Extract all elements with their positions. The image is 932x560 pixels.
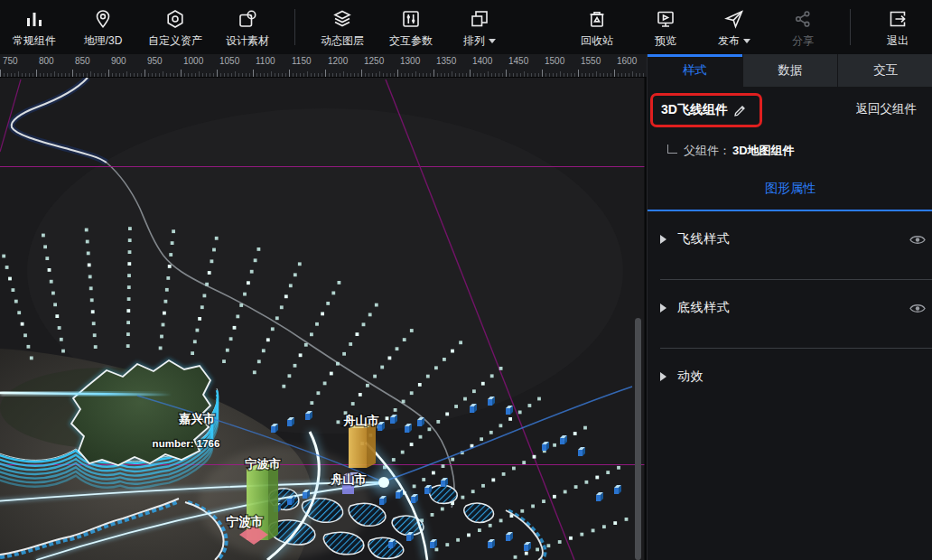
ruler-tick — [195, 73, 196, 77]
ruler-tick — [105, 73, 106, 77]
ruler-tick — [354, 73, 355, 77]
caret-down-icon — [489, 39, 496, 43]
ruler-label: 1050 — [219, 56, 239, 66]
edit-pencil-icon[interactable] — [733, 104, 747, 117]
section-header[interactable]: 底线样式 — [660, 300, 926, 316]
back-to-parent-button[interactable]: 返回父组件 — [856, 101, 918, 117]
hexagon-asset-icon — [164, 7, 186, 31]
ruler-tick — [491, 73, 492, 77]
sliders-button[interactable]: 交互参数 — [377, 0, 445, 49]
section-动效: 动效 — [648, 349, 932, 417]
ruler-tick — [480, 73, 481, 77]
design-material-icon — [237, 7, 258, 31]
graphic-properties-header: 图形属性 — [648, 181, 932, 197]
share-button: 分享 — [769, 0, 837, 49]
ruler-tick — [231, 73, 232, 77]
ruler-tick — [11, 73, 12, 77]
ruler-tick — [387, 73, 387, 77]
ruler-tick — [220, 73, 221, 77]
ruler-label: 850 — [75, 56, 90, 66]
arrange-button[interactable]: 排列 — [445, 0, 514, 49]
ruler-tick — [560, 71, 561, 77]
ruler-label: 900 — [111, 56, 126, 66]
ruler-tick — [484, 73, 485, 77]
ruler-tick — [148, 73, 149, 77]
ruler-tick — [477, 73, 478, 77]
preview-monitor-button[interactable]: 预览 — [631, 0, 700, 49]
ruler-tick — [592, 73, 593, 77]
recycle-bin-button[interactable]: 回收站 — [563, 0, 631, 49]
design-material-button[interactable]: 设计素材 — [213, 0, 282, 49]
ruler-tick — [397, 70, 398, 77]
ruler-tick — [0, 70, 1, 77]
property-sections: 飞线样式底线样式动效 — [648, 211, 932, 417]
ruler-tick — [556, 73, 557, 77]
ruler-tick — [199, 71, 200, 77]
map-pin-button[interactable]: 地理/3D — [69, 0, 137, 49]
ruler-tick — [4, 73, 5, 77]
ruler-label: 1100 — [256, 56, 275, 66]
ruler-tick — [235, 71, 236, 77]
chevron-right-icon — [660, 372, 666, 381]
ruler-tick — [459, 73, 460, 77]
ruler-label: 1150 — [292, 56, 312, 66]
parent-component-name: 3D地图组件 — [732, 143, 795, 159]
section-header[interactable]: 飞线样式 — [660, 231, 926, 247]
ruler-tick — [289, 70, 290, 77]
ruler-tick — [405, 73, 405, 77]
ruler-tick — [535, 73, 536, 77]
ruler-label: 1550 — [581, 56, 601, 66]
exit-button[interactable]: 退出 — [863, 0, 932, 49]
bar-zhoushan[interactable] — [349, 424, 376, 468]
ruler-tick — [426, 73, 427, 77]
tab-交互[interactable]: 交互 — [837, 54, 932, 87]
ruler-tick — [112, 73, 113, 77]
ruler-tick — [361, 70, 362, 77]
ruler-tick — [267, 73, 268, 77]
ruler-tick — [202, 73, 203, 77]
ruler-tick — [322, 73, 322, 77]
bar-chart-button[interactable]: 常规组件 — [0, 0, 69, 49]
tab-样式[interactable]: 样式 — [648, 54, 742, 87]
design-material-label: 设计素材 — [226, 33, 269, 49]
ruler-tick — [625, 73, 626, 77]
ruler-tick — [163, 71, 163, 77]
ruler-tick — [585, 73, 586, 77]
ruler-tick — [567, 73, 568, 77]
ruler-tick — [499, 73, 499, 77]
preview-monitor-icon — [655, 7, 676, 31]
ruler-tick — [213, 73, 214, 77]
top-toolbar: 常规组件地理/3D自定义资产设计素材动态图层交互参数排列 回收站预览发布分享退出 — [0, 0, 932, 54]
ruler-label: 1250 — [364, 56, 384, 66]
ruler-tick — [636, 73, 637, 77]
toolbar-left-group: 常规组件地理/3D自定义资产设计素材动态图层交互参数排列 — [0, 0, 514, 54]
design-canvas[interactable]: 嘉兴市number: 1766舟山市宁波市舟山市宁波市 — [0, 77, 647, 560]
ruler-tick — [141, 73, 142, 77]
ruler-tick — [329, 73, 330, 77]
layers-button[interactable]: 动态图层 — [308, 0, 377, 49]
ruler-tick — [119, 73, 120, 77]
ruler-tick — [336, 73, 337, 77]
ruler-tick — [517, 73, 517, 77]
visibility-eye-icon[interactable] — [909, 234, 926, 246]
ruler-tick — [282, 73, 283, 77]
ruler-tick — [51, 73, 51, 77]
ruler-tick — [372, 73, 373, 77]
parent-component-row: 父组件： 3D地图组件 — [667, 143, 932, 159]
visibility-eye-icon[interactable] — [909, 303, 926, 314]
component-title-highlight-box[interactable]: 3D飞线组件 — [650, 93, 762, 127]
ruler-tick — [318, 73, 319, 77]
section-header[interactable]: 动效 — [660, 369, 926, 385]
canvas-vertical-scrollbar[interactable] — [635, 318, 641, 560]
publish-plane-button[interactable]: 发布 — [700, 0, 769, 49]
ruler-tick — [94, 73, 95, 77]
hexagon-asset-button[interactable]: 自定义资产 — [137, 0, 213, 49]
tab-数据[interactable]: 数据 — [742, 54, 838, 87]
ruler-tick — [564, 73, 564, 77]
map-city-label: 舟山市 — [331, 472, 367, 486]
section-飞线样式: 飞线样式 — [648, 211, 932, 280]
ruler-tick — [437, 73, 438, 77]
ruler-tick — [582, 73, 582, 77]
component-title: 3D飞线组件 — [661, 102, 728, 118]
ruler-tick — [603, 73, 604, 77]
